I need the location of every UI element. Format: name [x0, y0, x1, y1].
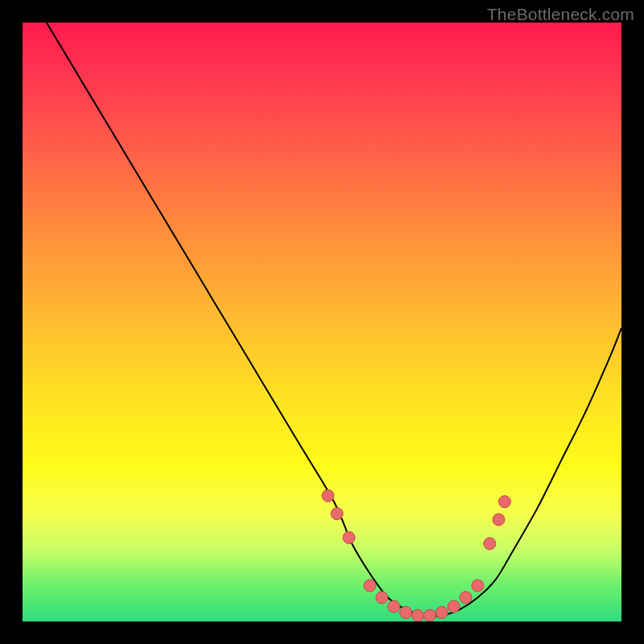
highlight-dot [376, 592, 388, 604]
watermark-text: TheBottleneck.com [487, 5, 634, 24]
highlight-dot [493, 514, 505, 526]
highlight-dot [388, 601, 400, 613]
highlight-dots-group [322, 489, 510, 621]
highlight-dot [484, 538, 496, 550]
highlight-dot [364, 580, 376, 592]
highlight-dot [436, 606, 448, 618]
chart-svg [23, 23, 621, 621]
highlight-dot [412, 609, 424, 621]
highlight-dot [448, 601, 460, 613]
highlight-dot [423, 609, 436, 621]
highlight-dot [400, 606, 412, 618]
highlight-dot [322, 489, 334, 502]
highlight-dot [498, 496, 510, 508]
highlight-dot [472, 580, 484, 592]
chart-plot-area [23, 23, 621, 621]
bottleneck-curve [47, 23, 621, 616]
highlight-dot [343, 531, 355, 543]
highlight-dot [331, 508, 343, 520]
highlight-dot [460, 592, 472, 604]
